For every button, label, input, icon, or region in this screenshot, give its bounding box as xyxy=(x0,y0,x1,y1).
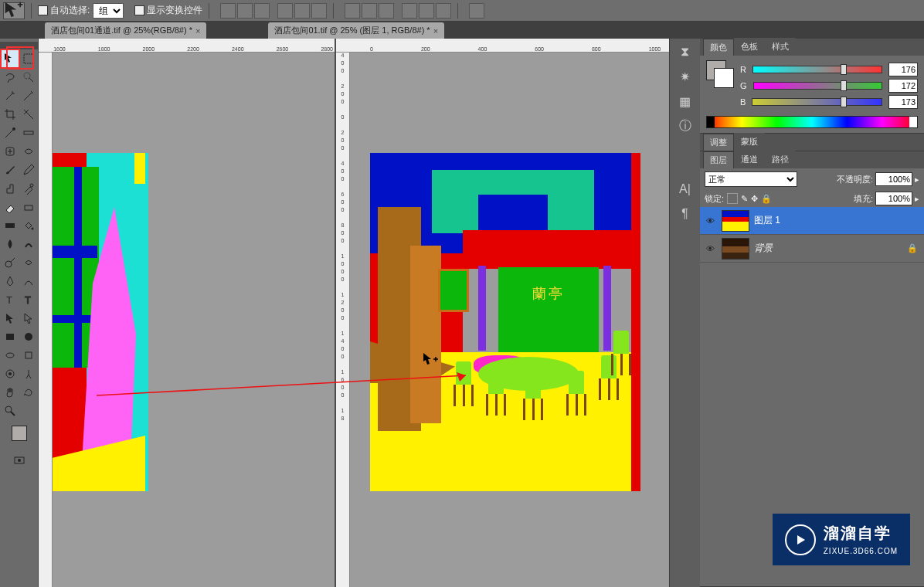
auto-select-checkbox[interactable]: 自动选择: xyxy=(38,4,90,17)
tab-layers[interactable]: 图层 xyxy=(703,151,734,168)
vertical-ruler-1[interactable] xyxy=(39,53,53,587)
lock-all-icon[interactable]: 🔒 xyxy=(761,194,772,204)
layer-thumbnail[interactable] xyxy=(722,210,749,232)
blur-tool[interactable] xyxy=(2,236,19,253)
healing-tool[interactable] xyxy=(2,143,19,160)
direct-select-tool[interactable] xyxy=(20,310,37,327)
dist-top-icon[interactable] xyxy=(345,3,360,19)
b-input[interactable] xyxy=(888,95,918,109)
dist-vcenter-icon[interactable] xyxy=(362,3,377,19)
history-brush-tool[interactable] xyxy=(20,180,37,197)
background-swatch[interactable] xyxy=(714,68,734,88)
tab-masks[interactable]: 蒙版 xyxy=(734,133,765,151)
dist-right-icon[interactable] xyxy=(436,3,451,19)
picture-icon[interactable]: ▦ xyxy=(677,93,694,110)
freeform-pen-tool[interactable] xyxy=(20,273,37,290)
pen-tool[interactable] xyxy=(2,273,19,290)
hand-tool[interactable] xyxy=(2,384,19,401)
dist-bottom-icon[interactable] xyxy=(379,3,394,19)
lock-brush-icon[interactable]: ✎ xyxy=(741,194,748,204)
dist-left-icon[interactable] xyxy=(402,3,417,19)
current-tool-indicator[interactable] xyxy=(3,2,25,19)
brush-tool[interactable] xyxy=(2,161,19,178)
lasso-tool[interactable] xyxy=(2,69,19,86)
gradient-tool[interactable] xyxy=(2,217,19,234)
type-tool[interactable]: T xyxy=(2,291,19,308)
tab-adjustments[interactable]: 调整 xyxy=(703,134,734,151)
character-icon[interactable]: A| xyxy=(677,181,694,198)
patch-tool[interactable] xyxy=(20,143,37,160)
close-icon[interactable]: × xyxy=(195,26,200,36)
blend-mode-select[interactable]: 正常 xyxy=(705,171,797,187)
layer-item[interactable]: 👁 背景 🔒 xyxy=(700,235,924,263)
tab-styles[interactable]: 样式 xyxy=(765,38,796,56)
g-slider[interactable] xyxy=(753,82,882,90)
path-select-tool[interactable] xyxy=(2,310,19,327)
3d-pan-tool[interactable] xyxy=(20,347,37,364)
background-eraser-tool[interactable] xyxy=(20,198,37,215)
rectangle-tool[interactable] xyxy=(2,328,19,345)
3d-walk-tool[interactable] xyxy=(20,365,37,382)
notes-tool[interactable] xyxy=(20,402,37,419)
rotate-view-tool[interactable] xyxy=(20,384,37,401)
chevron-down-icon[interactable]: ▸ xyxy=(915,194,919,204)
tab-paths[interactable]: 路径 xyxy=(765,151,796,168)
tab-swatches[interactable]: 色板 xyxy=(734,38,765,56)
canvas-1[interactable] xyxy=(53,53,335,587)
ruler-tool[interactable] xyxy=(20,124,37,141)
document-tab-2[interactable]: 酒店包间01.tif @ 25% (图层 1, RGB/8#) * × xyxy=(268,22,444,39)
align-top-icon[interactable] xyxy=(220,3,236,19)
auto-select-dropdown[interactable]: 组 xyxy=(93,3,124,19)
ellipse-tool[interactable] xyxy=(20,328,37,345)
color-spectrum[interactable] xyxy=(706,116,918,128)
align-left-icon[interactable] xyxy=(277,3,293,19)
tab-color[interactable]: 颜色 xyxy=(703,39,734,56)
move-tool[interactable] xyxy=(2,50,19,67)
zoom-tool[interactable] xyxy=(2,402,19,419)
visibility-icon[interactable]: 👁 xyxy=(703,244,717,253)
fill-input[interactable] xyxy=(875,192,912,205)
chevron-down-icon[interactable]: ▸ xyxy=(915,175,919,185)
document-view-2[interactable]: 0 200 400 600 800 1000 40020002004006008… xyxy=(336,39,669,587)
clone-tool[interactable] xyxy=(2,180,19,197)
toolbox-grip[interactable] xyxy=(0,42,38,49)
gear-icon[interactable]: ✷ xyxy=(677,68,694,85)
g-input[interactable] xyxy=(888,79,918,93)
horizontal-ruler-1[interactable]: 1600 1800 2000 2200 2400 2600 2800 xyxy=(39,39,335,53)
type-mask-tool[interactable]: T xyxy=(20,291,37,308)
smudge-tool[interactable] xyxy=(20,236,37,253)
vertical-ruler-2[interactable]: 4002000200400600800100012001400160018 xyxy=(336,53,350,587)
pencil-tool[interactable] xyxy=(20,161,37,178)
canvas-2[interactable]: 蘭亭 xyxy=(350,53,669,587)
document-view-1[interactable]: 1600 1800 2000 2200 2400 2600 2800 xyxy=(39,39,336,587)
marquee-tool[interactable] xyxy=(20,50,37,67)
3d-camera-tool[interactable] xyxy=(2,365,19,382)
close-icon[interactable]: × xyxy=(433,26,438,36)
dist-hcenter-icon[interactable] xyxy=(419,3,434,19)
show-transform-checkbox[interactable]: 显示变换控件 xyxy=(134,4,202,17)
align-bottom-icon[interactable] xyxy=(254,3,270,19)
dodge-tool[interactable] xyxy=(2,254,19,271)
3d-rotate-tool[interactable] xyxy=(2,347,19,364)
r-input[interactable] xyxy=(888,63,918,76)
info-icon[interactable]: ⓘ xyxy=(677,117,694,134)
align-vcenter-icon[interactable] xyxy=(237,3,253,19)
history-icon[interactable]: ⧗ xyxy=(677,43,694,60)
lock-move-icon[interactable]: ✥ xyxy=(751,194,758,204)
align-right-icon[interactable] xyxy=(311,3,327,19)
quick-mask-toggle[interactable] xyxy=(11,452,28,469)
eyedropper2-tool[interactable] xyxy=(2,124,19,141)
auto-align-icon[interactable] xyxy=(469,3,484,19)
lock-transparency-icon[interactable] xyxy=(727,193,738,204)
opacity-input[interactable] xyxy=(875,172,912,186)
foreground-color[interactable] xyxy=(12,426,27,441)
quick-select-tool[interactable] xyxy=(20,69,37,86)
paragraph-icon[interactable]: ¶ xyxy=(677,205,694,222)
r-slider[interactable] xyxy=(752,66,882,73)
layer-thumbnail[interactable] xyxy=(722,238,749,260)
bucket-tool[interactable] xyxy=(20,217,37,234)
align-hcenter-icon[interactable] xyxy=(294,3,310,19)
slice-tool[interactable] xyxy=(20,106,37,123)
b-slider[interactable] xyxy=(752,98,882,106)
eyedropper-tool[interactable] xyxy=(20,87,37,104)
